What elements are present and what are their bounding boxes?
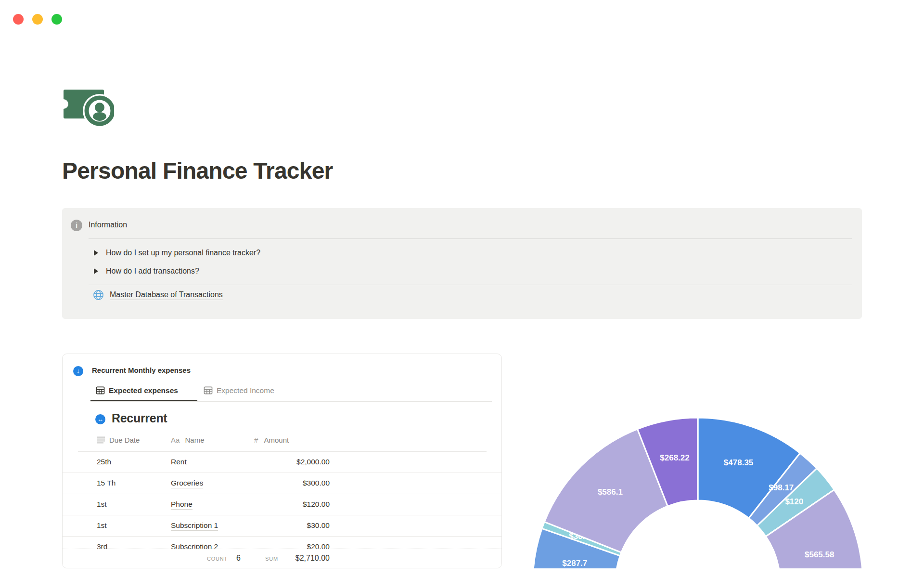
tab-label[interactable]: Expected expenses xyxy=(109,386,178,395)
amount-cell[interactable]: $300.00 xyxy=(253,479,330,487)
count-label[interactable]: COUNT xyxy=(207,556,228,562)
expenses-donut-chart: $478.35$98.17$120$565.58$287.7$30.68$586… xyxy=(532,416,865,568)
table-row[interactable]: 3rdSubscription 2$20.00 xyxy=(63,537,501,549)
table-icon xyxy=(204,386,213,395)
table-column-headers: Due Date Aa Name # Amount xyxy=(63,434,501,448)
master-database-link[interactable]: Master Database of Transactions xyxy=(93,289,223,301)
name-cell-link[interactable]: Phone xyxy=(171,500,192,510)
due-date-cell[interactable]: 3rd xyxy=(97,542,107,549)
lines-icon xyxy=(97,436,105,444)
tab-track xyxy=(90,401,492,402)
active-tab-indicator xyxy=(90,400,197,401)
down-arrow-circle-icon: ↓ xyxy=(73,366,83,376)
info-icon: i xyxy=(71,220,82,231)
window-minimize-button[interactable] xyxy=(32,14,43,25)
table-rows: 25thRent$2,000.0015 ThGroceries$300.001s… xyxy=(63,452,501,549)
window-zoom-button[interactable] xyxy=(51,14,62,25)
donut-segment-label: $98.17 xyxy=(769,483,794,492)
table-row[interactable]: 1stSubscription 1$30.00 xyxy=(63,515,501,537)
table-row[interactable]: 15 ThGroceries$300.00 xyxy=(63,473,501,494)
sum-value: $2,710.00 xyxy=(295,554,330,563)
amount-cell[interactable]: $30.00 xyxy=(253,521,330,530)
due-date-cell[interactable]: 25th xyxy=(97,458,111,466)
donut-segment-label: $120 xyxy=(785,497,803,506)
toggle-label: How do I add transactions? xyxy=(106,267,199,276)
column-header-name[interactable]: Aa Name xyxy=(171,436,205,444)
toggle-triangle-icon[interactable] xyxy=(94,268,98,274)
due-date-cell[interactable]: 1st xyxy=(97,500,107,509)
sum-label[interactable]: SUM xyxy=(265,556,278,562)
number-hash-icon: # xyxy=(254,436,258,444)
donut-segment-label: $287.7 xyxy=(562,559,587,568)
table-row[interactable]: 25thRent$2,000.00 xyxy=(63,452,501,473)
link-label[interactable]: Master Database of Transactions xyxy=(110,290,223,300)
donut-segment-label: $565.58 xyxy=(805,550,834,559)
page-icon[interactable] xyxy=(63,89,114,126)
callout-title: Information xyxy=(89,221,127,229)
donut-segment-label: $268.22 xyxy=(660,453,689,462)
window-close-button[interactable] xyxy=(13,14,24,25)
money-banknote-icon xyxy=(63,89,114,126)
amount-cell[interactable]: $2,000.00 xyxy=(253,458,330,466)
name-cell-link[interactable]: Rent xyxy=(171,458,187,467)
tab-expected-income[interactable]: Expected Income xyxy=(204,386,274,395)
card-title: Recurrent Monthly expenses xyxy=(92,366,191,374)
table-icon xyxy=(96,386,105,395)
table-footer: COUNT 6 SUM $2,710.00 xyxy=(63,549,501,568)
table-row[interactable]: 1stPhone$120.00 xyxy=(63,494,501,515)
tab-expected-expenses[interactable]: Expected expenses xyxy=(96,386,178,395)
toggle-add-transactions-question[interactable]: How do I add transactions? xyxy=(94,266,199,276)
column-header-due-date[interactable]: Due Date xyxy=(97,436,140,444)
recurrent-section-heading: Recurrent xyxy=(112,411,167,425)
Aa-title-icon: Aa xyxy=(171,436,180,444)
divider xyxy=(89,238,852,239)
toggle-triangle-icon[interactable] xyxy=(94,250,98,256)
toggle-label: How do I set up my personal finance trac… xyxy=(106,249,260,257)
name-cell-link[interactable]: Subscription 1 xyxy=(171,521,218,531)
page-title: Personal Finance Tracker xyxy=(62,158,333,184)
divider xyxy=(89,285,852,285)
amount-cell[interactable]: $120.00 xyxy=(253,500,330,509)
donut-segment-label: $586.1 xyxy=(598,487,623,497)
amount-cell[interactable]: $20.00 xyxy=(253,542,330,549)
recurrent-expenses-card: ↓ Recurrent Monthly expenses Expected ex… xyxy=(62,354,502,568)
due-date-cell[interactable]: 1st xyxy=(97,521,107,530)
page-canvas: { "window": { "traffic_lights": [ {"name… xyxy=(0,0,924,578)
name-cell-link[interactable]: Subscription 2 xyxy=(171,542,218,549)
name-cell-link[interactable]: Groceries xyxy=(171,479,203,488)
globe-icon xyxy=(93,289,104,301)
tab-label[interactable]: Expected Income xyxy=(217,386,274,395)
toggle-setup-question[interactable]: How do I set up my personal finance trac… xyxy=(94,248,260,258)
donut-segment-label: $478.35 xyxy=(724,458,753,467)
column-header-amount[interactable]: # Amount xyxy=(254,436,289,444)
due-date-cell[interactable]: 15 Th xyxy=(97,479,116,487)
left-right-arrow-circle-icon: ↔ xyxy=(95,414,105,424)
count-value: 6 xyxy=(236,554,241,563)
information-callout: i Information How do I set up my persona… xyxy=(62,208,862,319)
